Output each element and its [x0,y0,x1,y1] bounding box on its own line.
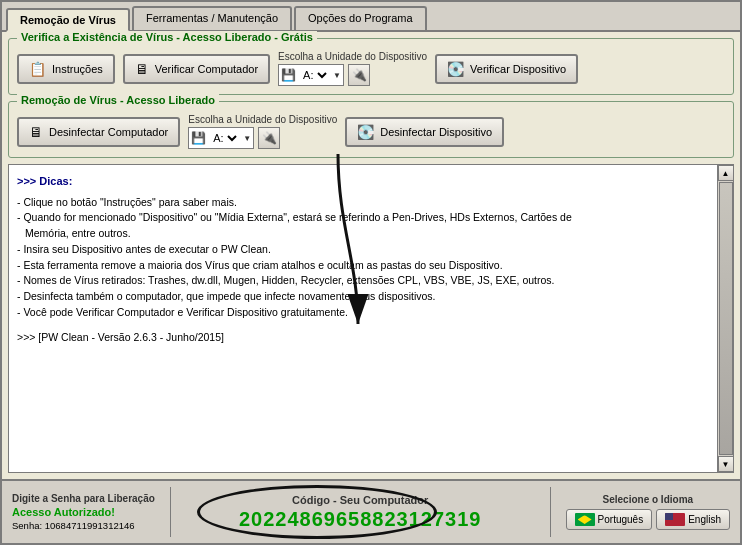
content-area: Verifica a Existência de Vírus - Acesso … [2,32,740,479]
verify-pc-label: Verificar Computador [155,63,258,75]
tip-line-3: - Insira seu Dispositivo antes de execut… [17,242,709,258]
english-label: English [688,514,721,525]
verify-device-icon: 💽 [447,61,464,77]
section-remove: Remoção de Vírus - Acesso Liberado 🖥 Des… [8,101,734,158]
tab-tools[interactable]: Ferramentas / Manutenção [132,6,292,30]
password-display: Senha: 10684711991312146 [12,520,155,531]
section-remove-row: 🖥 Desinfectar Computador Escolha a Unida… [17,110,725,149]
bottom-bar: Digite a Senha para Liberação Acesso Aut… [2,479,740,543]
code-label: Código - Seu Computador [292,494,428,506]
code-section: Código - Seu Computador 2022486965882312… [186,494,535,531]
drive-select-wrapper2: 💾 A: C: D: ▼ [188,127,254,149]
disinfect-device-button[interactable]: 💽 Desinfectar Dispositivo [345,117,504,147]
tips-scrollbar[interactable]: ▲ ▼ [717,165,733,472]
drive-select-wrapper1: 💾 A: C: D: ▼ [278,64,344,86]
drive-icon1: 💾 [281,68,296,82]
tab-virus-removal[interactable]: Remoção de Vírus [6,8,130,32]
tip-line-4: - Esta ferramenta remove a maioria dos V… [17,258,709,274]
device-label1: Escolha a Unidade do Dispositivo [278,51,427,62]
disinfect-device-icon: 💽 [357,124,374,140]
tips-header: >>> Dicas: [17,173,709,191]
section-verify-row: 📋 Instruções 🖥 Verificar Computador Esco… [17,47,725,86]
instructions-icon: 📋 [29,61,46,77]
main-window: Remoção de Vírus Ferramentas / Manutençã… [0,0,742,545]
brazil-flag [575,513,595,526]
device-icon-btn2[interactable]: 🔌 [258,127,280,149]
tips-area: >>> Dicas: - Clique no botão "Instruções… [8,164,734,473]
disinfect-pc-icon: 🖥 [29,124,43,140]
tip-line-6: - Desinfecta também o computador, que im… [17,289,709,305]
section-verify: Verifica a Existência de Vírus - Acesso … [8,38,734,95]
divider-1 [170,487,171,537]
tips-container: >>> Dicas: - Clique no botão "Instruções… [8,164,734,473]
verify-pc-icon: 🖥 [135,61,149,77]
instructions-label: Instruções [52,63,103,75]
english-button[interactable]: English [656,509,730,530]
drive-arrow1: ▼ [333,71,341,80]
tips-text: - Clique no botão "Instruções" para sabe… [17,195,709,321]
password-label: Digite a Senha para Liberação [12,493,155,504]
portuguese-label: Português [598,514,644,525]
tab-options[interactable]: Opções do Programa [294,6,427,30]
language-buttons: Português English [566,509,730,530]
disinfect-device-label: Desinfectar Dispositivo [380,126,492,138]
device-select-group1: Escolha a Unidade do Dispositivo 💾 A: C:… [278,51,427,86]
portuguese-button[interactable]: Português [566,509,653,530]
tips-version: >>> [PW Clean - Versão 2.6.3 - Junho/201… [17,329,709,346]
tip-line-1: - Quando for mencionado "Dispositivo" ou… [17,210,709,226]
tip-line-7: - Você pode Verificar Computador e Verif… [17,305,709,321]
scroll-thumb[interactable] [719,182,733,455]
language-label: Selecione o Idioma [603,494,694,505]
device-select-group2: Escolha a Unidade do Dispositivo 💾 A: C:… [188,114,337,149]
tips-content: >>> Dicas: - Clique no botão "Instruções… [9,165,717,472]
drive-select2[interactable]: A: C: D: [209,131,240,145]
language-section: Selecione o Idioma Português English [566,494,730,530]
instructions-button[interactable]: 📋 Instruções [17,54,115,84]
tab-bar: Remoção de Vírus Ferramentas / Manutençã… [2,2,740,32]
scroll-down-arrow[interactable]: ▼ [718,456,734,472]
section-remove-title: Remoção de Vírus - Acesso Liberado [17,94,219,106]
access-status: Acesso Autorizado! [12,506,155,518]
disinfect-pc-button[interactable]: 🖥 Desinfectar Computador [17,117,180,147]
device-icon-btn1[interactable]: 🔌 [348,64,370,86]
scroll-up-arrow[interactable]: ▲ [718,165,734,181]
drive-arrow2: ▼ [243,134,251,143]
tip-line-2: Memória, entre outros. [17,226,709,242]
code-value: 20224869658823127319 [239,508,481,531]
verify-device-button[interactable]: 💽 Verificar Dispositivo [435,54,578,84]
password-section: Digite a Senha para Liberação Acesso Aut… [12,493,155,531]
tip-line-5: - Nomes de Vírus retirados: Trashes, dw.… [17,273,709,289]
us-flag [665,513,685,526]
section-verify-title: Verifica a Existência de Vírus - Acesso … [17,31,317,43]
verify-device-label: Verificar Dispositivo [470,63,566,75]
tip-line-0: - Clique no botão "Instruções" para sabe… [17,195,709,211]
disinfect-pc-label: Desinfectar Computador [49,126,168,138]
drive-select1[interactable]: A: C: D: [299,68,330,82]
drive-icon2: 💾 [191,131,206,145]
divider-2 [550,487,551,537]
device-label2: Escolha a Unidade do Dispositivo [188,114,337,125]
verify-pc-button[interactable]: 🖥 Verificar Computador [123,54,270,84]
